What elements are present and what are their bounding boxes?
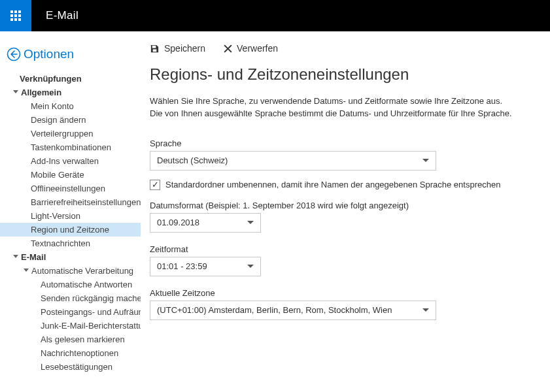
check-icon: ✓ (152, 180, 159, 189)
sidebar-item-markread[interactable]: Als gelesen markieren (0, 333, 141, 346)
chevron-down-icon (247, 265, 254, 268)
timeformat-select[interactable]: 01:01 - 23:59 (150, 257, 261, 276)
sidebar-item-offline[interactable]: Offlineeinstellungen (0, 182, 141, 195)
svg-rect-8 (18, 18, 21, 21)
sidebar-item-mobile[interactable]: Mobile Geräte (0, 168, 141, 182)
sidebar-item-account[interactable]: Mein Konto (0, 99, 141, 113)
svg-rect-0 (10, 10, 13, 13)
sidebar-item-accessibility[interactable]: Barrierefreiheitseinstellungen (0, 195, 141, 209)
timeformat-label: Zeitformat (150, 244, 543, 254)
back-label: Optionen (24, 47, 74, 61)
sidebar-item-light[interactable]: Light-Version (0, 209, 141, 223)
svg-rect-2 (18, 10, 21, 13)
sidebar-item-messageopts[interactable]: Nachrichtenoptionen (0, 346, 141, 360)
svg-rect-1 (14, 10, 17, 13)
svg-rect-7 (14, 18, 17, 21)
sidebar-item-sms[interactable]: Textnachrichten (0, 237, 141, 250)
sidebar-item-distribution[interactable]: Verteilergruppen (0, 127, 141, 140)
caret-down-icon (13, 255, 18, 258)
sidebar-item-readreceipts[interactable]: Lesebestätigungen (0, 360, 141, 374)
app-title: E-Mail (31, 9, 78, 22)
back-arrow-icon (7, 47, 21, 61)
svg-rect-6 (10, 18, 13, 21)
sidebar-group-email[interactable]: E-Mail (0, 250, 141, 264)
language-select[interactable]: Deutsch (Schweiz) (150, 151, 436, 171)
sidebar-item-rules[interactable]: Posteingangs- und Aufräumregeln (0, 305, 141, 319)
app-launcher-button[interactable] (0, 0, 31, 31)
sidebar-group-general[interactable]: Allgemein (0, 86, 141, 99)
svg-rect-3 (10, 14, 13, 17)
waffle-icon (10, 10, 21, 21)
discard-icon (224, 44, 232, 53)
svg-rect-4 (14, 14, 17, 17)
chevron-down-icon (422, 308, 429, 312)
sidebar-item-junk[interactable]: Junk-E-Mail-Berichterstattung (0, 319, 141, 333)
discard-button[interactable]: Verwerfen (224, 43, 278, 54)
svg-rect-10 (152, 45, 156, 48)
page-description: Wählen Sie Ihre Sprache, zu verwendende … (150, 95, 543, 120)
dateformat-select[interactable]: 01.09.2018 (150, 213, 261, 233)
chevron-down-icon (247, 221, 254, 224)
rename-folders-label: Standardordner umbenennen, damit ihre Na… (165, 180, 500, 189)
save-icon (150, 44, 160, 54)
caret-down-icon (13, 90, 18, 93)
caret-down-icon (24, 269, 29, 272)
chevron-down-icon (422, 159, 429, 162)
back-button[interactable]: Optionen (0, 47, 141, 61)
svg-rect-11 (153, 49, 157, 52)
timezone-select[interactable]: (UTC+01:00) Amsterdam, Berlin, Bern, Rom… (150, 301, 436, 320)
page-title: Regions- und Zeitzoneneinstellungen (150, 65, 543, 84)
sidebar-subgroup-automatic[interactable]: Automatische Verarbeitung (0, 264, 141, 278)
language-label: Sprache (150, 139, 543, 148)
sidebar-item-undosend[interactable]: Senden rückgängig machen (0, 291, 141, 305)
rename-folders-checkbox[interactable]: ✓ (150, 180, 160, 190)
save-button[interactable]: Speichern (150, 43, 205, 54)
svg-rect-5 (18, 14, 21, 17)
sidebar-item-theme[interactable]: Design ändern (0, 113, 141, 127)
sidebar-item-region[interactable]: Region und Zeitzone (0, 223, 141, 237)
sidebar-item-addins[interactable]: Add-Ins verwalten (0, 154, 141, 168)
timezone-label: Aktuelle Zeitzone (150, 288, 543, 298)
sidebar-item-autoreply[interactable]: Automatische Antworten (0, 278, 141, 291)
sidebar-shortcuts[interactable]: Verknüpfungen (0, 72, 141, 86)
dateformat-label: Datumsformat (Beispiel: 1. September 201… (150, 201, 543, 210)
sidebar-item-shortcuts[interactable]: Tastenkombinationen (0, 140, 141, 154)
